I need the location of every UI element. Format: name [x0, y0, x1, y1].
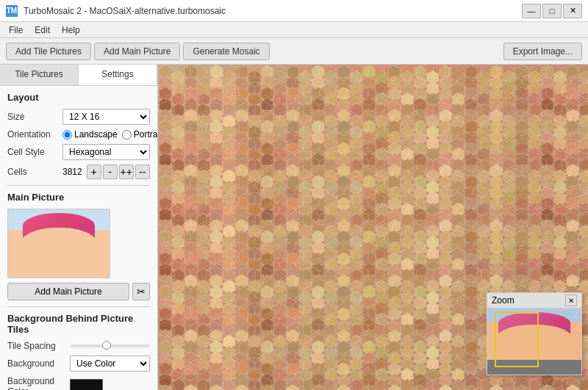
- tab-settings[interactable]: Settings: [79, 65, 157, 85]
- menu-edit[interactable]: Edit: [29, 24, 56, 37]
- title-bar-controls: — □ ✕: [522, 4, 582, 18]
- zoom-image: [487, 308, 581, 375]
- add-main-picture-button[interactable]: Add Main Picture: [7, 283, 129, 300]
- cell-style-label: Cell Style: [7, 147, 62, 157]
- size-row: Size 12 X 16 24 X 32 48 X 64: [7, 109, 150, 125]
- generate-mosaic-button[interactable]: Generate Mosaic: [183, 43, 269, 60]
- background-color-label: Background Color: [7, 376, 70, 390]
- orientation-label: Orientation: [7, 129, 62, 140]
- slider-thumb[interactable]: [102, 341, 111, 350]
- title-bar: TM TurboMosaic 2 - MacOSaiX-alternative.…: [0, 0, 588, 22]
- main-picture-container: [7, 209, 110, 278]
- landscape-radio[interactable]: [62, 130, 72, 140]
- panel-content: Layout Size 12 X 16 24 X 32 48 X 64 Orie…: [0, 86, 157, 390]
- portrait-radio[interactable]: [122, 130, 132, 140]
- add-picture-row: Add Main Picture ✂: [7, 283, 150, 300]
- cells-value: 3812: [62, 167, 82, 177]
- cell-style-control: Hexagonal Square Circular: [62, 144, 150, 160]
- layout-divider: [7, 185, 150, 186]
- add-tile-pictures-button[interactable]: Add Tile Pictures: [6, 43, 91, 60]
- portrait-label: Portrait: [134, 129, 157, 140]
- cells-row: Cells 3812 + - ++ --: [7, 165, 150, 179]
- mosaic-area: Zoom ✕: [158, 65, 588, 390]
- zoom-close-button[interactable]: ✕: [565, 295, 577, 306]
- zoom-face-oval: [495, 325, 574, 361]
- tile-spacing-label: Tile Spacing: [7, 341, 70, 351]
- spacing-divider: [7, 306, 150, 307]
- background-select[interactable]: Use Color None Transparent: [70, 355, 150, 372]
- landscape-label: Landscape: [74, 129, 118, 140]
- cells-double-button[interactable]: ++: [119, 165, 134, 179]
- window-title: TurboMosaic 2 - MacOSaiX-alternative.tur…: [24, 6, 226, 16]
- main-picture-image: [8, 209, 110, 278]
- background-row: Background Use Color None Transparent: [7, 355, 150, 372]
- menu-bar: File Edit Help: [0, 22, 588, 38]
- tab-tile-pictures[interactable]: Tile Pictures: [0, 65, 79, 85]
- background-color-swatch[interactable]: [70, 379, 103, 390]
- cells-label: Cells: [7, 167, 62, 177]
- maximize-button[interactable]: □: [542, 4, 562, 18]
- orientation-row: Orientation Landscape Portrait: [7, 129, 150, 140]
- cell-style-row: Cell Style Hexagonal Square Circular: [7, 144, 150, 160]
- main-layout: Tile Pictures Settings Layout Size 12 X …: [0, 65, 588, 390]
- cells-minus-button[interactable]: -: [103, 165, 118, 179]
- close-button[interactable]: ✕: [563, 4, 582, 18]
- app-icon: TM: [6, 5, 18, 17]
- cells-halve-button[interactable]: --: [135, 165, 150, 179]
- portrait-option[interactable]: Portrait: [122, 129, 157, 140]
- layout-section-title: Layout: [7, 92, 150, 103]
- size-label: Size: [7, 112, 62, 122]
- tab-bar: Tile Pictures Settings: [0, 65, 157, 86]
- cell-style-select[interactable]: Hexagonal Square Circular: [62, 144, 150, 160]
- zoom-body: [487, 360, 581, 375]
- title-bar-left: TM TurboMosaic 2 - MacOSaiX-alternative.…: [6, 5, 226, 17]
- tile-spacing-slider[interactable]: [70, 344, 150, 347]
- left-panel: Tile Pictures Settings Layout Size 12 X …: [0, 65, 158, 390]
- zoom-content: [487, 308, 581, 375]
- tile-spacing-row: Tile Spacing: [7, 341, 150, 351]
- add-main-picture-toolbar-button[interactable]: Add Main Picture: [94, 43, 180, 60]
- background-label: Background: [7, 358, 70, 369]
- orientation-group: Landscape Portrait: [62, 129, 157, 140]
- cells-controls: 3812 + - ++ --: [62, 165, 150, 179]
- minimize-button[interactable]: —: [522, 4, 541, 18]
- landscape-option[interactable]: Landscape: [62, 129, 118, 140]
- menu-help[interactable]: Help: [56, 24, 86, 37]
- cells-plus-button[interactable]: +: [87, 165, 101, 179]
- toolbar: Add Tile Pictures Add Main Picture Gener…: [0, 38, 588, 65]
- zoom-panel: Zoom ✕: [487, 292, 582, 375]
- menu-file[interactable]: File: [3, 24, 29, 37]
- zoom-panel-header: Zoom ✕: [487, 293, 581, 308]
- export-image-button[interactable]: Export Image...: [503, 43, 582, 60]
- crop-button[interactable]: ✂: [132, 283, 150, 300]
- size-select[interactable]: 12 X 16 24 X 32 48 X 64: [62, 109, 150, 125]
- main-picture-section-title: Main Picture: [7, 192, 150, 203]
- size-control: 12 X 16 24 X 32 48 X 64: [62, 109, 150, 125]
- background-color-row: Background Color: [7, 376, 150, 390]
- spacing-section-title: Background Behind Picture Tiles: [7, 313, 150, 335]
- zoom-panel-title: Zoom: [492, 295, 514, 306]
